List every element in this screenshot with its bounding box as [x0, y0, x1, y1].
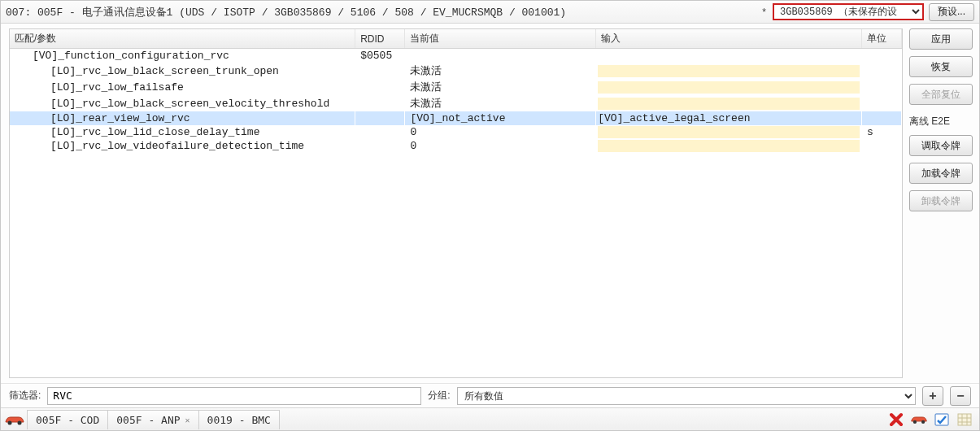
filter-bar: 筛选器: 分组: 所有数值 + −: [1, 383, 979, 407]
current-value-cell: 未激活: [405, 79, 596, 95]
module-tab[interactable]: 0019 - BMC: [198, 410, 280, 429]
tab-label: 0019 - BMC: [207, 414, 271, 426]
current-value-cell: 未激活: [405, 63, 596, 79]
current-value-cell: 0: [405, 139, 596, 153]
param-name-cell[interactable]: [LO]_rvc_low_videofailure_detection_time: [10, 139, 355, 153]
table-row[interactable]: [LO]_rear_view_low_rvc[VO]_not_active[VO…: [10, 111, 902, 125]
input-field[interactable]: [598, 65, 860, 77]
table-row[interactable]: [LO]_rvc_low_lid_close_delay_time0s: [10, 125, 902, 139]
param-name-text: [VO]_function_configuration_rvc: [33, 50, 229, 62]
param-name-cell[interactable]: [LO]_rvc_low_black_screen_velocity_thres…: [10, 95, 355, 111]
delete-button[interactable]: [886, 411, 906, 429]
grid-button[interactable]: [955, 411, 974, 429]
rdid-cell: [355, 63, 405, 79]
current-value-cell: 0: [405, 125, 596, 139]
header-bar: 007: 005F - 电子通讯信息设备1 (UDS / ISOTP / 3GB…: [1, 1, 979, 24]
module-tab[interactable]: 005F - COD: [27, 410, 108, 429]
input-value-cell[interactable]: [VO]_active_legal_screen: [596, 111, 862, 125]
input-value-cell[interactable]: [596, 125, 862, 139]
table-row[interactable]: [VO]_function_configuration_rvc$0505: [10, 49, 902, 63]
app-frame: 007: 005F - 电子通讯信息设备1 (UDS / ISOTP / 3GB…: [0, 0, 980, 431]
table-row[interactable]: [LO]_rvc_low_black_screen_trunk_open未激活: [10, 63, 902, 79]
current-value-cell: 未激活: [405, 95, 596, 111]
tab-strip: 005F - COD005F - ANP✕0019 - BMC: [27, 410, 279, 429]
module-tab[interactable]: 005F - ANP✕: [107, 410, 198, 429]
current-value-cell: [405, 49, 596, 63]
param-name-cell[interactable]: [LO]_rvc_low_lid_close_delay_time: [10, 125, 355, 139]
filter-label: 筛选器:: [9, 389, 41, 403]
input-value-cell[interactable]: [596, 139, 862, 153]
param-name-text: [LO]_rear_view_low_rvc: [50, 112, 190, 124]
col-header-current[interactable]: 当前值: [405, 29, 596, 49]
rdid-cell: $0505: [355, 49, 405, 63]
params-table-wrap: 匹配/参数 RDID 当前值 输入 单位 [VO]_function_confi…: [9, 28, 903, 378]
input-value-cell[interactable]: [596, 95, 862, 111]
param-name-text: [LO]_rvc_low_lid_close_delay_time: [50, 126, 259, 138]
table-row[interactable]: [LO]_rvc_low_videofailure_detection_time…: [10, 139, 902, 153]
dirty-marker: *: [760, 7, 768, 18]
input-field[interactable]: [598, 98, 860, 110]
delete-x-icon: [889, 412, 904, 427]
remove-button[interactable]: −: [950, 386, 971, 406]
tab-label: 005F - ANP: [116, 414, 180, 426]
grid-icon: [957, 413, 972, 426]
preset-button[interactable]: 预设...: [929, 3, 974, 21]
car-action-button[interactable]: [909, 411, 929, 429]
checklist-icon: [934, 413, 949, 426]
param-name-text: [LO]_rvc_low_black_screen_velocity_thres…: [50, 98, 329, 110]
offline-e2e-label: 离线 E2E: [909, 111, 973, 128]
table-row[interactable]: [LO]_rvc_low_failsafe未激活: [10, 79, 902, 95]
col-header-rdid[interactable]: RDID: [355, 29, 405, 49]
unit-cell: [861, 139, 901, 153]
table-empty-area: [10, 153, 902, 377]
restore-button[interactable]: 恢复: [909, 56, 973, 77]
filter-input[interactable]: [47, 387, 421, 405]
table-row[interactable]: [LO]_rvc_low_black_screen_velocity_thres…: [10, 95, 902, 111]
minus-icon: −: [956, 389, 964, 403]
unit-cell: [861, 79, 901, 95]
col-header-name[interactable]: 匹配/参数: [10, 29, 355, 49]
load-token-button[interactable]: 加载令牌: [909, 163, 973, 184]
params-table: 匹配/参数 RDID 当前值 输入 单位 [VO]_function_confi…: [10, 29, 902, 153]
rdid-cell: [355, 79, 405, 95]
apply-button[interactable]: 应用: [909, 28, 973, 50]
param-name-cell[interactable]: [VO]_function_configuration_rvc: [10, 49, 355, 63]
col-header-unit[interactable]: 单位: [861, 29, 901, 49]
input-field[interactable]: [VO]_active_legal_screen: [598, 112, 860, 124]
current-value-cell: [VO]_not_active: [405, 111, 596, 125]
param-name-text: [LO]_rvc_low_failsafe: [50, 81, 184, 94]
group-select[interactable]: 所有数值: [457, 387, 916, 405]
param-name-cell[interactable]: [LO]_rvc_low_black_screen_trunk_open: [10, 63, 355, 79]
svg-point-1: [18, 420, 22, 424]
unit-cell: s: [861, 125, 901, 139]
input-value-cell[interactable]: [596, 63, 862, 79]
reset-all-button[interactable]: 全部复位: [909, 84, 973, 105]
svg-rect-5: [958, 414, 971, 425]
param-name-text: [LO]_rvc_low_videofailure_detection_time: [50, 140, 304, 152]
preset-select[interactable]: 3GB035869 （未保存的设: [773, 3, 924, 20]
param-name-cell[interactable]: [LO]_rvc_low_failsafe: [10, 79, 355, 95]
svg-point-0: [8, 420, 12, 424]
param-name-cell[interactable]: [LO]_rear_view_low_rvc: [10, 111, 355, 125]
group-label: 分组:: [428, 389, 450, 403]
side-panel: 应用 恢复 全部复位 离线 E2E 调取令牌 加载令牌 卸载令牌: [903, 24, 979, 383]
input-field[interactable]: [598, 126, 860, 138]
svg-point-3: [921, 420, 925, 424]
col-header-input[interactable]: 输入: [596, 29, 862, 49]
get-token-button[interactable]: 调取令牌: [909, 135, 973, 156]
close-icon[interactable]: ✕: [185, 416, 190, 424]
rdid-cell: [355, 139, 405, 153]
status-car-icon: [2, 411, 27, 429]
input-field[interactable]: [598, 140, 860, 152]
input-value-cell[interactable]: [596, 79, 862, 95]
input-field[interactable]: [598, 81, 860, 94]
param-name-text: [LO]_rvc_low_black_screen_trunk_open: [50, 65, 279, 77]
svg-point-2: [913, 420, 917, 424]
unload-token-button[interactable]: 卸载令牌: [909, 190, 973, 211]
add-button[interactable]: +: [922, 386, 943, 406]
rdid-cell: [355, 95, 405, 111]
plus-icon: +: [929, 389, 936, 403]
checklist-button[interactable]: [932, 411, 952, 429]
input-value-cell[interactable]: [596, 49, 862, 63]
main-area: 匹配/参数 RDID 当前值 输入 单位 [VO]_function_confi…: [1, 24, 979, 383]
